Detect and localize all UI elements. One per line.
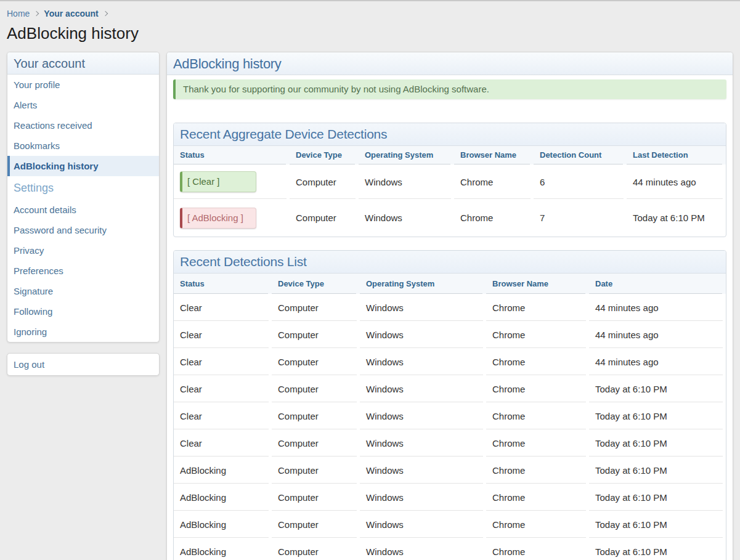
status-badge-clear[interactable]: [ Clear ] [180,171,256,192]
breadcrumb: Home Your account [7,9,733,18]
sidebar-item-bookmarks[interactable]: Bookmarks [7,136,159,156]
sidebar-item-reactions-received[interactable]: Reactions received [7,115,159,136]
detection-row: ClearComputerWindowsChrome44 minutes ago [174,348,726,375]
cell: Chrome [486,375,589,402]
detection-row: ClearComputerWindowsChromeToday at 6:10 … [174,375,726,402]
cell: 44 minutes ago [589,348,726,375]
cell: Computer [290,199,359,237]
logout-link[interactable]: Log out [7,354,159,375]
cell: Chrome [454,164,534,199]
cell: Windows [360,538,486,560]
cell: Clear [174,375,272,402]
sidebar-item-ignoring[interactable]: Ignoring [7,322,159,342]
cell: Computer [272,348,360,375]
cell: Computer [272,321,360,348]
detection-row: ClearComputerWindowsChromeToday at 6:10 … [174,402,726,429]
sidebar-header: Your account [7,52,159,75]
cell: Clear [174,321,272,348]
column-header-last-detection: Last Detection [627,146,726,164]
sidebar-item-alerts[interactable]: Alerts [7,95,159,115]
account-nav-block: Your account Your profileAlertsReactions… [7,52,160,343]
detection-row: AdBlockingComputerWindowsChromeToday at … [174,484,726,511]
cell: Chrome [486,538,589,560]
sidebar-item-following[interactable]: Following [7,301,159,322]
sidebar-item-your-profile[interactable]: Your profile [7,75,159,95]
aggregate-section-title: Recent Aggregate Device Detections [174,123,726,146]
sidebar: Your account Your profileAlertsReactions… [7,52,160,376]
aggregate-table-header-row: StatusDevice TypeOperating SystemBrowser… [174,146,726,164]
cell: 7 [534,199,627,237]
cell: Chrome [486,484,589,511]
main-block-title: AdBlocking history [167,52,733,75]
cell: Chrome [486,321,589,348]
breadcrumb-your-account[interactable]: Your account [44,9,98,18]
sidebar-item-account-details[interactable]: Account details [7,200,159,220]
cell: AdBlocking [174,511,272,538]
sidebar-item-preferences[interactable]: Preferences [7,261,159,281]
cell: Windows [360,321,486,348]
cell: Windows [360,429,486,457]
aggregate-table: StatusDevice TypeOperating SystemBrowser… [174,146,726,237]
cell: Computer [272,538,360,560]
sidebar-item-adblocking-history[interactable]: AdBlocking history [7,156,159,176]
sidebar-item-privacy[interactable]: Privacy [7,240,159,261]
cell: Clear [174,348,272,375]
cell: Windows [360,402,486,429]
column-header-status: Status [174,146,290,164]
column-header-browser-name: Browser Name [486,274,589,294]
aggregate-row: [ AdBlocking ]ComputerWindowsChrome7Toda… [174,199,726,237]
sidebar-item-password-and-security[interactable]: Password and security [7,220,159,240]
cell: Chrome [486,457,589,484]
cell: Today at 6:10 PM [589,402,726,429]
column-header-detection-count: Detection Count [534,146,627,164]
cell: 44 minutes ago [589,321,726,348]
cell: Today at 6:10 PM [589,511,726,538]
cell: AdBlocking [174,538,272,560]
detection-row: ClearComputerWindowsChrome44 minutes ago [174,294,726,321]
cell: 44 minutes ago [627,164,726,199]
top-divider [0,0,740,1]
cell: Computer [290,164,359,199]
cell: Computer [272,484,360,511]
column-header-device-type: Device Type [290,146,359,164]
cell: Today at 6:10 PM [589,375,726,402]
account-nav: Your profileAlertsReactions receivedBook… [7,75,159,342]
cell: AdBlocking [174,457,272,484]
main-block-body: Thank you for supporting our community b… [167,75,733,560]
cell: Windows [360,348,486,375]
cell: Windows [360,484,486,511]
aggregate-row: [ Clear ]ComputerWindowsChrome644 minute… [174,164,726,199]
cell: Clear [174,402,272,429]
cell: Today at 6:10 PM [589,484,726,511]
cell: Windows [360,457,486,484]
cell: Chrome [486,402,589,429]
sidebar-section-settings: Settings [7,176,159,200]
column-header-browser-name: Browser Name [454,146,534,164]
cell: Computer [272,375,360,402]
cell: Chrome [486,294,589,321]
detection-row: AdBlockingComputerWindowsChromeToday at … [174,538,726,560]
breadcrumb-home[interactable]: Home [7,9,30,18]
sidebar-item-signature[interactable]: Signature [7,281,159,301]
cell: Windows [360,511,486,538]
chevron-right-icon [103,11,108,16]
detections-table-header-row: StatusDevice TypeOperating SystemBrowser… [174,274,726,294]
cell: Windows [359,164,454,199]
cell: Windows [359,199,454,237]
detection-row: ClearComputerWindowsChromeToday at 6:10 … [174,429,726,457]
column-header-date: Date [589,274,726,294]
status-badge-adblocking[interactable]: [ AdBlocking ] [180,208,256,229]
cell: Windows [360,294,486,321]
column-header-operating-system: Operating System [359,146,454,164]
cell: Chrome [454,199,534,237]
cell: Today at 6:10 PM [589,429,726,457]
detections-section-title: Recent Detections List [174,251,726,274]
page-title: AdBlocking history [7,24,733,43]
cell: 44 minutes ago [589,294,726,321]
main-block: AdBlocking history Thank you for support… [166,52,733,560]
column-header-operating-system: Operating System [360,274,486,294]
cell: 6 [534,164,627,199]
detection-row: AdBlockingComputerWindowsChromeToday at … [174,511,726,538]
chevron-right-icon [34,11,39,16]
detections-table: StatusDevice TypeOperating SystemBrowser… [174,274,726,560]
